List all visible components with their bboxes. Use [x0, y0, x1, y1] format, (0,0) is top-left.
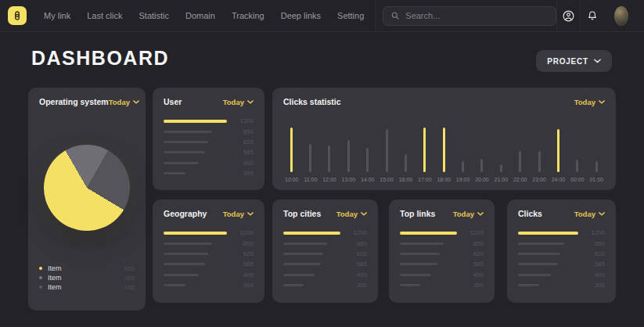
period-dropdown[interactable]: Today: [453, 210, 484, 218]
chart-column: 14:00: [361, 128, 375, 182]
bar: [164, 263, 205, 265]
bar-track: [283, 243, 340, 245]
nav-link[interactable]: My link: [44, 11, 70, 20]
nav-link[interactable]: Statistic: [139, 11, 169, 20]
period-label: Today: [109, 98, 130, 106]
time-label: 12:00: [322, 177, 336, 182]
chevron-down-icon: [477, 212, 484, 216]
vertical-bar-chart: 10:00 11:00 12:00 13:00: [285, 119, 603, 182]
bar-list: 1200 850 620 585: [400, 228, 484, 290]
bar-row: 620: [400, 249, 484, 259]
time-label: 22:00: [513, 177, 527, 182]
time-label: 20:00: [475, 177, 489, 182]
bar-value: 585: [233, 261, 254, 268]
card-title: Top links: [400, 209, 435, 218]
chart-bar: [595, 161, 598, 172]
time-label: 00:00: [570, 177, 585, 182]
bar-track: [400, 253, 457, 255]
bar-track: [164, 253, 227, 255]
chart-bar-track: [480, 128, 483, 172]
chart-bar-track: [386, 128, 388, 172]
legend-dot: [39, 286, 42, 289]
bar-row: 585: [518, 259, 605, 269]
app-logo[interactable]: [8, 6, 27, 25]
bar-value: 620: [233, 250, 254, 257]
time-label: 18:00: [437, 177, 451, 182]
bar: [164, 243, 212, 245]
bar: [400, 284, 420, 286]
time-label: 14:00: [361, 177, 375, 182]
bar-track: [400, 243, 457, 245]
card-title: Top cities: [283, 209, 321, 218]
bar-track: [400, 263, 457, 265]
bar-value: 585: [585, 261, 605, 268]
project-dropdown-label: PROJECT: [547, 57, 588, 66]
bar: [518, 232, 578, 235]
chevron-down-icon: [133, 100, 139, 104]
chevron-down-icon: [361, 212, 367, 216]
period-dropdown[interactable]: Today: [574, 98, 605, 106]
notifications-button[interactable]: [581, 0, 603, 32]
search-box[interactable]: [383, 6, 556, 26]
bar-value: 300: [347, 282, 367, 289]
card-title: Clicks statistic: [283, 97, 341, 106]
card-title: Geography: [164, 209, 207, 218]
nav-link[interactable]: Last click: [87, 11, 122, 20]
bar-value: 850: [463, 240, 484, 247]
search-input[interactable]: [405, 11, 549, 20]
user-avatar[interactable]: [614, 6, 628, 26]
period-dropdown[interactable]: Today: [336, 210, 367, 218]
bar-row: 1200: [518, 228, 605, 238]
chart-bar: [366, 148, 369, 172]
bar-list: 1200 850 620 585: [164, 228, 254, 290]
chart-bar-track: [405, 128, 407, 172]
period-dropdown[interactable]: Today: [223, 98, 254, 106]
account-button[interactable]: [557, 0, 580, 32]
nav-link[interactable]: Domain: [185, 11, 215, 20]
chart-column: 18:00: [437, 128, 451, 182]
legend-dot: [39, 267, 42, 270]
navbar: My link Last click Statistic Domain Trac…: [0, 0, 644, 32]
chart-bar-track: [462, 128, 464, 172]
chart-bar-track: [328, 128, 330, 172]
chart-bar: [309, 144, 311, 172]
chart-bar: [405, 154, 407, 172]
time-label: 24:00: [552, 177, 566, 182]
period-label: Today: [574, 210, 595, 218]
bar-value: 585: [463, 261, 484, 268]
bar-row: 850: [164, 126, 254, 136]
period-dropdown[interactable]: Today: [223, 210, 254, 218]
chart-column: 11:00: [304, 128, 317, 182]
chart-column: 01:00: [589, 128, 603, 182]
bar: [283, 274, 315, 276]
project-dropdown[interactable]: PROJECT: [536, 50, 612, 72]
bar-row: 300: [164, 168, 254, 178]
chart-bar-track: [366, 128, 369, 172]
bar-track: [283, 263, 340, 265]
chart-column: 15:00: [380, 128, 394, 182]
period-dropdown[interactable]: Today: [109, 98, 139, 106]
nav-link[interactable]: Setting: [337, 11, 364, 20]
card-operating-system: Operating system Today Item 650 Item 285…: [28, 88, 146, 311]
bar-track: [283, 232, 340, 235]
time-label: 13:00: [342, 177, 356, 182]
bar-track: [164, 141, 227, 143]
bar: [164, 131, 212, 133]
bar-track: [518, 263, 578, 265]
chart-column: 16:00: [399, 128, 413, 182]
bar-track: [518, 253, 578, 255]
bar: [518, 274, 551, 276]
bar-value: 300: [233, 282, 254, 289]
bar-row: 300: [518, 280, 605, 290]
bar: [164, 120, 227, 123]
nav-link[interactable]: Deep links: [281, 11, 321, 20]
chart-bar: [538, 151, 541, 172]
bar-track: [283, 284, 340, 286]
chart-bar-track: [290, 128, 293, 172]
nav-link[interactable]: Tracking: [232, 11, 264, 20]
period-dropdown[interactable]: Today: [574, 210, 605, 218]
time-label: 01:00: [589, 177, 603, 182]
bar-value: 400: [233, 271, 254, 278]
chart-bar: [500, 164, 502, 172]
bar-list: 1200 850 620 585: [283, 228, 367, 290]
